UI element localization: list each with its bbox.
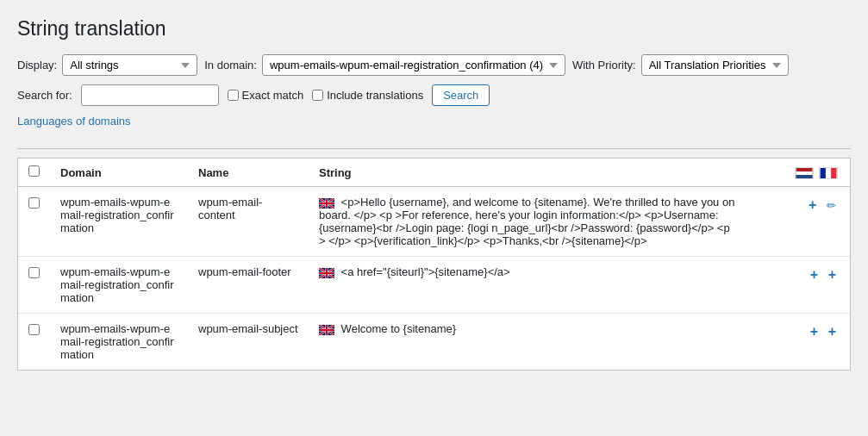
exact-match-label[interactable]: Exact match — [228, 89, 304, 102]
search-button[interactable]: Search — [432, 84, 490, 106]
languages-link[interactable]: Languages of domains — [17, 115, 131, 128]
uk-flag-icon — [319, 325, 334, 335]
row-actions: + + — [749, 314, 850, 371]
netherlands-flag-header — [795, 167, 814, 179]
priority-label: With Priority: — [572, 59, 636, 72]
row-domain: wpum-emails-wpum-e mail-registration_con… — [50, 314, 188, 371]
table-row: wpum-emails-wpum-e mail-registration_con… — [18, 257, 850, 314]
row-checkbox[interactable] — [28, 197, 40, 209]
france-flag-header — [819, 167, 838, 179]
row-string: <p>Hello {username}, and welcome to {sit… — [309, 187, 749, 257]
include-translations-checkbox[interactable] — [312, 90, 323, 101]
page-title: String translation — [17, 17, 851, 40]
display-label: Display: — [17, 59, 57, 72]
row-name: wpum-email-content — [188, 187, 309, 257]
svg-rect-1 — [796, 171, 813, 175]
priority-select[interactable]: All Translation Priorities — [641, 54, 789, 76]
header-name: Name — [188, 159, 309, 187]
strings-table-wrap: Domain Name String — [17, 158, 851, 371]
row-checkbox[interactable] — [28, 324, 40, 335]
row-name: wpum-email-subject — [188, 314, 309, 371]
svg-rect-5 — [831, 168, 836, 178]
search-label: Search for: — [17, 89, 72, 102]
svg-rect-2 — [796, 175, 813, 178]
table-row: wpum-emails-wpum-e mail-registration_con… — [18, 314, 850, 371]
add-nl-button[interactable]: + — [807, 265, 821, 284]
add-nl-button[interactable]: + — [807, 322, 821, 341]
include-translations-label[interactable]: Include translations — [312, 89, 423, 102]
svg-rect-4 — [821, 168, 826, 178]
exact-match-checkbox[interactable] — [228, 90, 239, 101]
domain-label: In domain: — [204, 59, 257, 72]
row-actions: + + — [749, 257, 850, 314]
header-string: String — [309, 159, 749, 187]
row-actions: + ✏ — [749, 187, 850, 257]
filter-row: Display: All strings Translated strings … — [17, 54, 851, 76]
row-domain: wpum-emails-wpum-e mail-registration_con… — [50, 187, 188, 257]
strings-table: Domain Name String — [18, 159, 850, 370]
row-checkbox-cell — [18, 187, 50, 257]
add-fr-button[interactable]: + — [825, 322, 840, 341]
row-string: Welcome to {sitename} — [309, 314, 749, 371]
table-header-row: Domain Name String — [18, 159, 850, 187]
uk-flag-icon — [319, 268, 334, 278]
priority-filter-group: With Priority: All Translation Prioritie… — [572, 54, 789, 76]
domain-filter-group: In domain: wpum-emails-wpum-email-regist… — [204, 54, 565, 76]
add-nl-button[interactable]: + — [805, 196, 820, 215]
row-checkbox-cell — [18, 257, 50, 314]
search-row: Search for: Exact match Include translat… — [17, 84, 851, 106]
row-checkbox-cell — [18, 314, 50, 371]
header-flags — [749, 159, 850, 187]
domain-select[interactable]: wpum-emails-wpum-email-registration_conf… — [262, 54, 565, 76]
display-filter-group: Display: All strings Translated strings … — [17, 54, 197, 76]
add-fr-button[interactable]: + — [825, 265, 840, 284]
select-all-checkbox[interactable] — [28, 165, 40, 177]
search-input[interactable] — [81, 84, 219, 106]
header-checkbox-cell — [18, 159, 50, 187]
row-string: <a href="{siteurl}">{sitename}</a> — [309, 257, 749, 314]
edit-button[interactable]: ✏ — [823, 197, 840, 214]
divider — [17, 148, 851, 149]
header-domain: Domain — [50, 159, 188, 187]
row-domain: wpum-emails-wpum-e mail-registration_con… — [50, 257, 188, 314]
row-checkbox[interactable] — [28, 267, 40, 278]
table-row: wpum-emails-wpum-e mail-registration_con… — [18, 187, 850, 257]
uk-flag-icon — [319, 198, 334, 209]
display-select[interactable]: All strings Translated strings Untransla… — [62, 54, 197, 76]
row-name: wpum-email-footer — [188, 257, 309, 314]
